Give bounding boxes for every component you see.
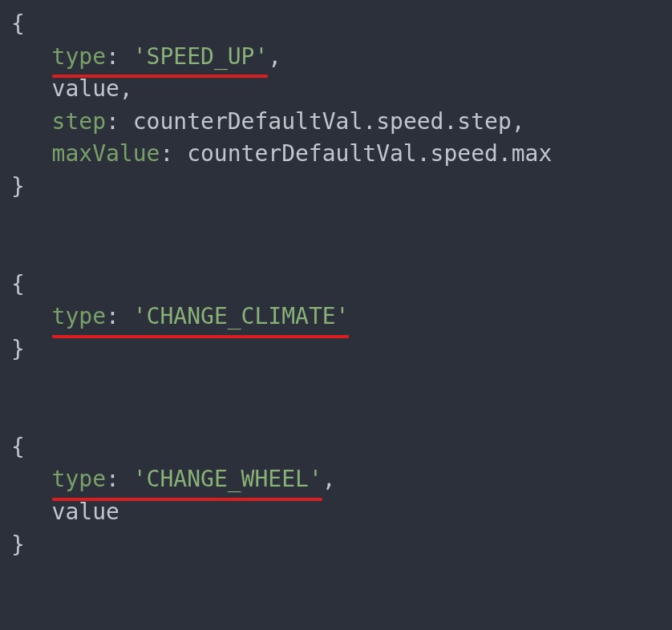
ident-value: value	[52, 499, 119, 525]
expr-step: counterDefaultVal.speed.step,	[119, 108, 525, 135]
expr-max: counterDefaultVal.speed.max	[173, 140, 552, 167]
brace-close: }	[11, 531, 25, 558]
comma: ,	[268, 43, 281, 70]
brace-open: {	[11, 10, 25, 37]
brace-open: {	[11, 434, 25, 460]
brace-open: {	[11, 271, 25, 297]
key-maxvalue: maxValue	[52, 140, 160, 167]
key-type: type	[52, 303, 106, 329]
brace-close: }	[11, 336, 25, 362]
colon: :	[106, 466, 119, 492]
colon: :	[106, 108, 119, 135]
comma: ,	[322, 466, 336, 492]
key-type: type	[52, 43, 106, 70]
string-change-wheel: 'CHANGE_WHEEL'	[133, 466, 322, 492]
key-step: step	[52, 108, 106, 135]
brace-close: }	[11, 173, 25, 200]
underline-change-wheel: type: 'CHANGE_WHEEL'	[52, 463, 322, 496]
string-change-climate: 'CHANGE_CLIMATE'	[133, 303, 350, 329]
key-type: type	[52, 466, 106, 492]
string-speed-up: 'SPEED_UP'	[133, 43, 269, 70]
colon: :	[106, 43, 119, 70]
colon: :	[106, 303, 119, 329]
code-block: { type: 'SPEED_UP', value, step: counter…	[0, 0, 672, 569]
underline-change-climate: type: 'CHANGE_CLIMATE'	[52, 301, 350, 333]
colon: :	[160, 140, 173, 167]
underline-speed-up: type: 'SPEED_UP'	[52, 41, 269, 74]
ident-value: value,	[52, 75, 133, 102]
